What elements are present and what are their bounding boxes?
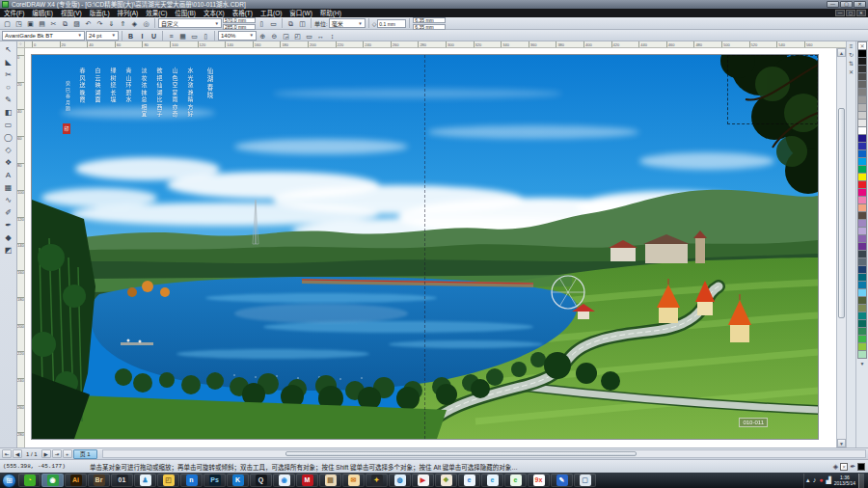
copy-button[interactable]: ⧉ [60, 18, 70, 28]
paper-width-field[interactable]: 570.0 mm [223, 17, 256, 23]
print-button[interactable]: ▤ [37, 18, 47, 28]
add-page-button[interactable]: + [63, 449, 72, 458]
previous-page-button[interactable]: ◀ [13, 449, 22, 458]
polygon-tool[interactable]: ◇ [2, 144, 15, 156]
tray-expand-icon[interactable]: ▴ [806, 474, 810, 487]
welcome-screen-button[interactable]: ◎ [141, 18, 151, 28]
duplicate-x-field[interactable]: 6.35 mm [413, 17, 446, 23]
freehand-tool[interactable]: ✎ [2, 94, 15, 106]
menu-item[interactable]: 效果(C) [142, 9, 171, 17]
zoom-tool[interactable]: ○ [2, 81, 15, 94]
palette-swatch[interactable] [857, 350, 867, 359]
mdi-minimize-button[interactable]: — [835, 10, 845, 16]
paste-button[interactable]: ▨ [71, 18, 82, 28]
interactive-fill-tool[interactable]: ◩ [2, 244, 15, 257]
docker-refresh-icon[interactable]: ↻ [849, 52, 854, 59]
first-page-button[interactable]: ⇤ [2, 449, 12, 458]
taskbar-item[interactable]: 9x [528, 474, 550, 487]
rectangle-tool[interactable]: ▭ [2, 119, 15, 131]
export-button[interactable]: ⇑ [118, 18, 128, 28]
underline-button[interactable]: U [149, 31, 159, 41]
taskbar-item[interactable]: e [504, 474, 527, 487]
taskbar-item[interactable]: e [458, 474, 480, 487]
smart-fill-tool[interactable]: ◧ [2, 106, 15, 119]
taskbar-item[interactable]: ◍ [389, 474, 411, 487]
text-tool[interactable]: A [2, 169, 15, 181]
menu-item[interactable]: 文件(F) [0, 9, 28, 17]
ruler-origin[interactable]: ⊹ [17, 41, 25, 48]
zoom-width-button[interactable]: ↔ [315, 31, 326, 41]
vertical-text-button[interactable]: ▯ [201, 31, 211, 41]
paper-height-field[interactable]: 285.0 mm [223, 24, 256, 30]
duplicate-y-field[interactable]: 6.35 mm [413, 24, 446, 30]
vertical-scrollbar[interactable]: ▲ ▼ [836, 48, 846, 447]
menu-item[interactable]: 视图(V) [57, 9, 86, 17]
taskbar-item[interactable]: ❖ [435, 474, 457, 487]
close-button[interactable]: ✕ [854, 1, 866, 8]
taskbar-item[interactable]: n [180, 474, 203, 487]
menu-item[interactable]: 窗口(W) [285, 9, 315, 17]
edit-text-button[interactable]: ▦ [177, 31, 188, 41]
outline-tool[interactable]: ✒ [2, 219, 15, 231]
open-button[interactable]: ◳ [14, 18, 24, 28]
character-formatting-button[interactable]: ≡ [166, 31, 176, 41]
taskbar-item[interactable]: ✉ [342, 474, 365, 487]
taskbar-clock[interactable]: 1:36 2013/5/14 [834, 474, 855, 486]
taskbar-item[interactable]: 01 [111, 474, 133, 487]
tray-security-icon[interactable]: ● [819, 474, 823, 487]
page-tab[interactable]: 页 1 [73, 449, 97, 459]
last-page-button[interactable]: ⇥ [52, 449, 62, 458]
all-pages-button[interactable]: ⧉ [285, 18, 296, 28]
portrait-button[interactable]: ▯ [257, 18, 267, 28]
palette-swatch[interactable] [857, 41, 867, 50]
save-button[interactable]: ▣ [25, 18, 36, 28]
docker-close-icon[interactable]: ✕ [849, 69, 854, 76]
zoom-selected-button[interactable]: ◲ [281, 31, 291, 41]
tray-volume-icon[interactable]: ♪ [813, 474, 817, 487]
eyedropper-tool[interactable]: ✐ [2, 206, 15, 219]
paper-preset-combo[interactable]: 自定义▼ [158, 18, 222, 28]
taskbar-item[interactable]: ♟ [134, 474, 156, 487]
import-button[interactable]: ⇓ [106, 18, 117, 28]
taskbar-item[interactable]: ▢ [574, 474, 596, 487]
font-size-combo[interactable]: 24 pt▼ [86, 31, 119, 41]
taskbar-item[interactable]: ◉ [273, 474, 295, 487]
menu-item[interactable]: 编辑(E) [28, 9, 57, 17]
blend-tool[interactable]: ∿ [2, 194, 15, 206]
basic-shapes-tool[interactable]: ❖ [2, 156, 15, 169]
document-photo[interactable]: 仙湖春晓 水光潋滟晴方好山色空蒙雨亦奇欲把仙湖比西子淡妆浓抹总相宜青山环碧水绿树… [32, 55, 818, 439]
tray-network-icon[interactable]: ▟ [826, 474, 830, 487]
taskbar-item[interactable]: ▶ [412, 474, 434, 487]
docker-menu-icon[interactable]: ≡ [850, 43, 854, 50]
horizontal-text-button[interactable]: ▭ [189, 31, 200, 41]
shape-tool[interactable]: ◣ [2, 56, 15, 68]
app-launcher-button[interactable]: ◈ [129, 18, 140, 28]
mdi-close-button[interactable]: ✕ [856, 10, 866, 16]
docker-updown-icon[interactable]: ⇅ [849, 61, 854, 68]
taskbar-item[interactable]: K [227, 474, 249, 487]
taskbar-item[interactable]: Br [88, 474, 110, 487]
taskbar-item[interactable]: ✎ [551, 474, 573, 487]
ellipse-tool[interactable]: ◯ [2, 131, 15, 144]
crop-tool[interactable]: ✂ [2, 68, 15, 81]
taskbar-item[interactable]: ✦ [366, 474, 388, 487]
menu-item[interactable]: 排列(A) [114, 9, 143, 17]
taskbar-item[interactable]: Ps [203, 474, 226, 487]
mdi-restore-button[interactable]: ▢ [846, 10, 855, 16]
menu-item[interactable]: 位图(B) [171, 9, 200, 17]
redo-button[interactable]: ↷ [95, 18, 105, 28]
canvas[interactable]: 仙湖春晓 水光潋滟晴方好山色空蒙雨亦奇欲把仙湖比西子淡妆浓抹总相宜青山环碧水绿树… [25, 48, 836, 447]
next-page-button[interactable]: ▶ [41, 449, 51, 458]
italic-button[interactable]: I [137, 31, 148, 41]
cut-button[interactable]: ✂ [48, 18, 59, 28]
menu-item[interactable]: 工具(O) [257, 9, 285, 17]
pick-tool[interactable]: ↖ [2, 43, 15, 56]
h-ruler[interactable]: 0204060801001201401601802002202402602803… [25, 41, 846, 48]
units-combo[interactable]: 毫米▼ [329, 18, 366, 28]
taskbar-item[interactable]: ◉ [41, 474, 64, 487]
zoom-out-button[interactable]: ⊖ [269, 31, 280, 41]
zoom-page-button[interactable]: ▭ [304, 31, 314, 41]
facing-pages-button[interactable]: ◫ [297, 18, 308, 28]
horizontal-scrollbar[interactable] [102, 449, 866, 458]
taskbar-item[interactable]: M [296, 474, 318, 487]
